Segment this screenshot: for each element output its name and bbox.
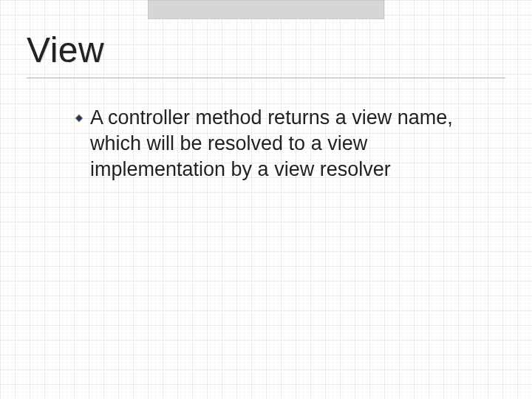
svg-rect-0 [75, 115, 83, 122]
list-item: A controller method returns a view name,… [74, 105, 454, 183]
diamond-icon [74, 113, 84, 123]
slide: View A controller method returns a view … [0, 0, 532, 399]
bullet-text: A controller method returns a view name,… [90, 105, 454, 183]
slide-body: A controller method returns a view name,… [27, 105, 505, 183]
slide-title: View [27, 30, 505, 78]
